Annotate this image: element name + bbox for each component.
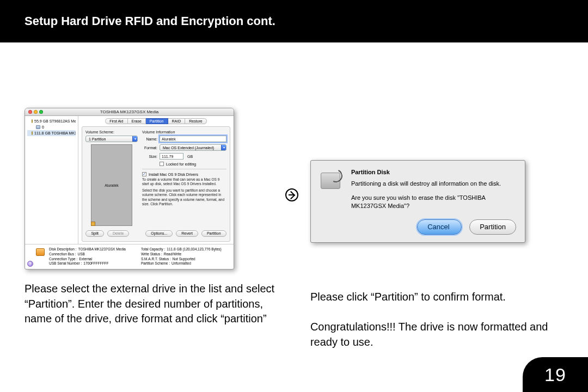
disk-icon (32, 119, 33, 123)
disk-utility-app-icon (320, 168, 344, 192)
dialog-button-row: Cancel Partition (351, 219, 516, 235)
divider (142, 169, 226, 169)
name-input[interactable]: Aluratek (160, 136, 226, 142)
sidebar-item-disk-selected[interactable]: 111.8 GB TOSHIBA MK1... (27, 130, 76, 136)
zoom-icon[interactable] (39, 110, 43, 114)
tab-partition[interactable]: Partition (146, 118, 168, 124)
arrow-right-icon (285, 188, 298, 201)
partition-map[interactable]: Aluratek (91, 144, 132, 226)
delete-button[interactable]: Delete (107, 230, 129, 237)
locked-checkbox-row: Locked for editing (160, 162, 226, 166)
right-caption-2: Congratulations!!! The drive is now form… (310, 320, 564, 350)
install9-checkbox[interactable]: ✓ (142, 172, 146, 176)
info-key: Disk Description : (49, 247, 77, 252)
tab-bar: First Aid Erase Partition RAID Restore (82, 118, 230, 124)
spacer (351, 188, 516, 194)
scheme-column: Volume Scheme: 1 Partition ▾ Aluratek (85, 130, 138, 226)
disk-icon (32, 131, 33, 135)
page-number: 19 (544, 364, 566, 385)
info-val: Read/Write (164, 252, 181, 257)
partition-button[interactable]: Partition (201, 230, 226, 237)
main-panel: First Aid Erase Partition RAID Restore V… (78, 116, 234, 244)
right-column: Partition Disk Partitioning a disk will … (310, 60, 564, 350)
scheme-popup[interactable]: 1 Partition ▾ (85, 136, 138, 142)
info-col-right: Total Capacity :111.8 GB (120,034,123,77… (141, 247, 222, 266)
install9-checkbox-row: ✓ Install Mac OS 9 Disk Drivers (142, 172, 226, 176)
info-col-left: Disk Description :TOSHIBA MK1237GSX Medi… (49, 247, 126, 266)
page-number-tab: 19 (523, 357, 588, 392)
dialog-wrap: Partition Disk Partitioning a disk will … (310, 160, 564, 243)
info-key: Connection Type : (49, 257, 77, 262)
disk-info-bar: ? Disk Description :TOSHIBA MK1237GSX Me… (25, 244, 234, 269)
window-title: TOSHIBA MK1237GSX Media (100, 109, 158, 114)
locked-checkbox[interactable] (160, 162, 164, 166)
chevron-up-down-icon: ▾ (221, 145, 226, 150)
scheme-label: Volume Scheme: (85, 130, 138, 134)
info-key: USB Serial Number : (49, 261, 82, 266)
info-heading: Volume Information (142, 130, 226, 134)
info-val: External (79, 257, 92, 262)
sidebar-item-volume[interactable]: 0 (27, 124, 76, 130)
window-body: 55.9 GB ST96812AS Media 0 111.8 GB TOSHI… (25, 116, 234, 244)
tab-erase[interactable]: Erase (128, 118, 146, 124)
left-column: TOSHIBA MK1237GSX Media 55.9 GB ST96812A… (24, 60, 289, 350)
resize-handle-icon[interactable] (91, 222, 95, 226)
format-label: Format: (142, 146, 157, 150)
tab-restore[interactable]: Restore (185, 118, 207, 124)
help-text-1: To create a volume that can serve as a M… (142, 177, 226, 186)
minimize-icon[interactable] (34, 110, 38, 114)
disk-sidebar: 55.9 GB ST96812AS Media 0 111.8 GB TOSHI… (25, 116, 78, 244)
partition-confirm-dialog: Partition Disk Partitioning a disk will … (310, 160, 525, 243)
size-input[interactable]: 111.79 (160, 153, 183, 160)
size-unit: GB (187, 155, 193, 158)
dialog-title: Partition Disk (351, 168, 516, 176)
info-val: Unformatted (171, 261, 191, 266)
window-titlebar: TOSHIBA MK1237GSX Media (25, 108, 234, 116)
cancel-button[interactable]: Cancel (417, 219, 462, 235)
revert-button[interactable]: Revert (176, 230, 198, 237)
format-popup[interactable]: Mac OS Extended (Journaled) ▾ (160, 144, 226, 151)
info-val: USB (78, 252, 85, 257)
partition-confirm-button[interactable]: Partition (469, 219, 516, 235)
info-key: Connection Bus : (49, 252, 76, 257)
locked-label: Locked for editing (166, 162, 196, 166)
sidebar-item-label: 111.8 GB TOSHIBA MK1... (34, 131, 76, 135)
close-icon[interactable] (28, 110, 32, 114)
info-key: Write Status : (141, 252, 162, 257)
panel-button-row: Split Delete Options... Revert Partition (85, 230, 226, 237)
left-caption: Please select the external drive in the … (24, 281, 289, 327)
dialog-line-1: Partitioning a disk will destroy all inf… (351, 180, 516, 188)
format-value: Mac OS Extended (Journaled) (163, 146, 214, 150)
partition-preview-label: Aluratek (105, 183, 119, 187)
name-label: Name: (142, 137, 157, 141)
info-val: 1700FFFFFFFF (83, 261, 108, 266)
page-header: Setup Hard Drive RFID and Encryption con… (0, 0, 588, 42)
chevron-up-down-icon: ▾ (132, 136, 137, 142)
sidebar-item-disk[interactable]: 55.9 GB ST96812AS Media (27, 118, 76, 124)
window-controls (28, 110, 43, 114)
tab-first-aid[interactable]: First Aid (105, 118, 127, 124)
volume-icon (36, 125, 40, 129)
info-key: Partition Scheme : (141, 261, 170, 266)
options-button[interactable]: Options... (145, 230, 173, 237)
size-label: Size: (142, 155, 157, 158)
info-val: Not Supported (173, 257, 195, 262)
dialog-line-2: Are you sure you wish to erase the disk … (351, 194, 516, 211)
right-caption-1: Please click “Partition” to confirm form… (310, 290, 564, 305)
info-key: S.M.A.R.T. Status : (141, 257, 171, 262)
info-key: Total Capacity : (141, 247, 165, 252)
info-val: 111.8 GB (120,034,123,776 Bytes) (167, 247, 221, 252)
tab-raid[interactable]: RAID (168, 118, 186, 124)
scheme-value: 1 Partition (89, 137, 106, 141)
info-val: TOSHIBA MK1237GSX Media (78, 247, 126, 252)
help-icon[interactable]: ? (27, 261, 33, 267)
install9-label: Install Mac OS 9 Disk Drivers (149, 173, 198, 176)
split-button[interactable]: Split (85, 230, 104, 237)
spacer (132, 230, 142, 237)
page-title: Setup Hard Drive RFID and Encryption con… (24, 14, 275, 28)
disk-utility-window: TOSHIBA MK1237GSX Media 55.9 GB ST96812A… (24, 108, 234, 270)
partition-panel: Volume Scheme: 1 Partition ▾ Aluratek (82, 126, 230, 242)
sidebar-item-label: 0 (42, 125, 44, 129)
disk-large-icon (36, 248, 45, 256)
help-text-2: Select the disk you want to partition an… (142, 188, 226, 206)
